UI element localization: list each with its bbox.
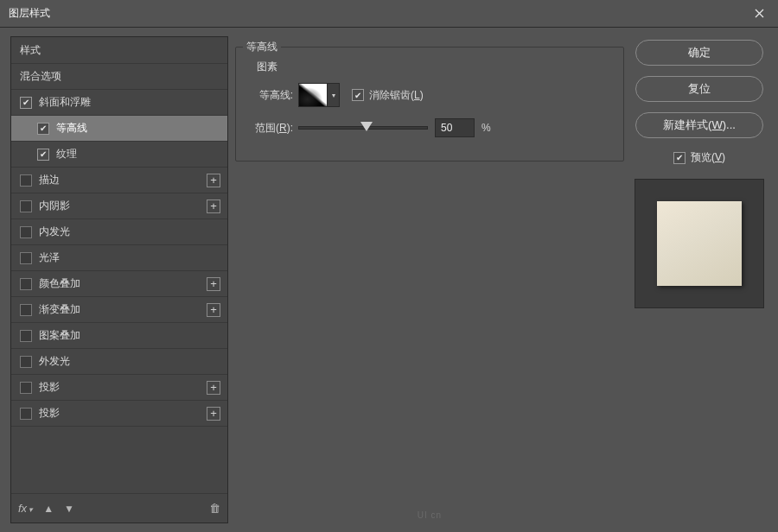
antialias-checkbox[interactable] [352, 89, 364, 101]
reset-button[interactable]: 复位 [635, 76, 763, 102]
sidebar-item-label: 内发光 [39, 225, 220, 239]
add-instance-button[interactable]: + [207, 303, 220, 317]
delete-button[interactable]: 🗑 [209, 502, 220, 515]
preview-checkbox[interactable] [673, 152, 686, 164]
move-up-button[interactable]: ▲ [43, 503, 54, 515]
add-instance-button[interactable]: + [207, 277, 220, 291]
contour-dropdown[interactable]: ▾ [328, 83, 340, 107]
preview-box [635, 179, 764, 308]
sidebar-item-bevel[interactable]: 斜面和浮雕 [11, 89, 227, 115]
sidebar-item-texture[interactable]: 纹理 [11, 141, 227, 167]
preview-swatch [657, 201, 742, 286]
range-label: 范围(R): [248, 121, 298, 136]
sidebar-footer: fx▾ ▲ ▼ 🗑 [11, 493, 227, 522]
sidebar-item-contour[interactable]: 等高线 [11, 115, 227, 141]
window-title: 图层样式 [9, 6, 50, 21]
effect-checkbox[interactable] [20, 278, 32, 290]
sidebar-header-styles[interactable]: 样式 [11, 37, 227, 63]
sidebar-item-outer-glow[interactable]: 外发光 [11, 348, 227, 374]
sidebar-item-label: 斜面和浮雕 [39, 95, 220, 110]
preview-toggle[interactable]: 预览(V) [673, 150, 725, 165]
settings-panel: 等高线 图素 等高线: ▾ 消除锯齿(L) 范围(R): % UI cn [235, 36, 624, 523]
effect-checkbox[interactable] [20, 408, 32, 420]
add-instance-button[interactable]: + [207, 407, 220, 421]
effect-checkbox[interactable] [37, 149, 49, 161]
sidebar-item-label: 纹理 [56, 147, 220, 162]
sidebar-item-gradient-overlay[interactable]: 渐变叠加+ [11, 296, 227, 322]
contour-group: 等高线 图素 等高线: ▾ 消除锯齿(L) 范围(R): % [235, 47, 624, 162]
sidebar-item-satin[interactable]: 光泽 [11, 244, 227, 270]
sidebar-item-inner-glow[interactable]: 内发光 [11, 218, 227, 244]
add-instance-button[interactable]: + [207, 174, 220, 187]
sidebar-item-label: 颜色叠加 [39, 276, 207, 291]
sidebar-item-label: 内阴影 [39, 199, 207, 213]
effect-checkbox[interactable] [20, 97, 32, 109]
ok-button[interactable]: 确定 [635, 40, 763, 66]
sidebar-item-label: 光泽 [39, 250, 220, 265]
add-instance-button[interactable]: + [207, 381, 220, 395]
sidebar-item-pattern-overlay[interactable]: 图案叠加 [11, 322, 227, 348]
range-unit: % [481, 122, 491, 134]
sidebar-header-blend[interactable]: 混合选项 [11, 63, 227, 89]
antialias-label: 消除锯齿(L) [369, 88, 424, 103]
effect-checkbox[interactable] [20, 356, 32, 368]
sidebar-item-label: 投影 [39, 380, 207, 395]
sidebar-item-label: 等高线 [56, 121, 220, 136]
sidebar-item-label: 描边 [39, 173, 207, 187]
effect-checkbox[interactable] [20, 330, 32, 342]
sidebar-item-stroke[interactable]: 描边+ [11, 167, 227, 193]
move-down-button[interactable]: ▼ [64, 503, 74, 515]
effect-checkbox[interactable] [20, 304, 32, 316]
close-icon [755, 9, 764, 18]
contour-label: 等高线: [248, 88, 298, 103]
action-column: 确定 复位 新建样式(W)... 预览(V) [631, 36, 768, 523]
sidebar-item-label: 投影 [39, 406, 207, 421]
titlebar: 图层样式 [0, 0, 778, 28]
group-title: 等高线 [243, 40, 281, 54]
effect-checkbox[interactable] [20, 252, 32, 264]
effect-checkbox[interactable] [20, 382, 32, 394]
sidebar-item-label: 渐变叠加 [39, 302, 207, 317]
sidebar-item-color-overlay[interactable]: 颜色叠加+ [11, 270, 227, 296]
watermark: UI cn [418, 510, 442, 520]
contour-picker[interactable] [298, 83, 328, 107]
sidebar-item-drop-shadow-2[interactable]: 投影+ [11, 400, 227, 426]
effect-checkbox[interactable] [20, 174, 32, 187]
range-slider[interactable] [298, 119, 428, 136]
sidebar-item-drop-shadow-1[interactable]: 投影+ [11, 374, 227, 400]
new-style-button[interactable]: 新建样式(W)... [635, 112, 763, 138]
sidebar-item-label: 外发光 [39, 354, 220, 369]
effect-checkbox[interactable] [20, 200, 32, 212]
section-title: 图素 [253, 60, 611, 74]
range-input[interactable] [435, 118, 475, 137]
add-instance-button[interactable]: + [207, 200, 220, 213]
close-button[interactable] [740, 0, 778, 28]
effect-checkbox[interactable] [37, 123, 49, 135]
sidebar-item-label: 图案叠加 [39, 328, 220, 343]
sidebar-item-inner-shadow[interactable]: 内阴影+ [11, 193, 227, 218]
styles-sidebar: 样式 混合选项 斜面和浮雕等高线纹理描边+内阴影+内发光光泽颜色叠加+渐变叠加+… [10, 36, 228, 523]
slider-thumb-icon [360, 122, 373, 131]
fx-menu-button[interactable]: fx▾ [18, 502, 33, 515]
effect-checkbox[interactable] [20, 226, 32, 238]
